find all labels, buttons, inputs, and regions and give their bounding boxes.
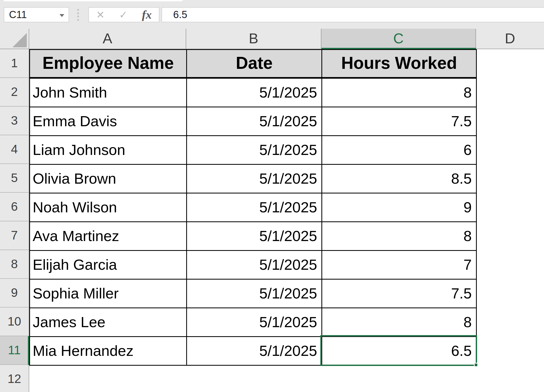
cell-C9[interactable]: 7.5	[322, 280, 477, 308]
cell-A9[interactable]: Sophia Miller	[30, 280, 187, 308]
worksheet-grid: A B C D 1 2 3 4 5 6 7 8 9 10 11 12 Emplo…	[0, 29, 544, 392]
cell-C5[interactable]: 8.5	[322, 165, 477, 193]
column-header-c-selected[interactable]: C	[321, 29, 476, 49]
cell-A3[interactable]: Emma Davis	[30, 107, 187, 136]
cell-B8[interactable]: 5/1/2025	[187, 251, 322, 280]
row-header-10[interactable]: 10	[0, 307, 29, 336]
row-header-2[interactable]: 2	[0, 78, 29, 107]
cell-A10[interactable]: James Lee	[30, 308, 187, 337]
cell-C7[interactable]: 8	[322, 222, 477, 251]
enter-icon[interactable]: ✓	[117, 10, 129, 20]
cell-B6[interactable]: 5/1/2025	[187, 193, 322, 222]
name-box-dropdown-icon[interactable]	[60, 14, 64, 17]
row-header-11-selected[interactable]: 11	[0, 336, 29, 365]
cell-B11[interactable]: 5/1/2025	[187, 337, 322, 366]
row-header-1[interactable]: 1	[0, 49, 29, 78]
cell-A11[interactable]: Mia Hernandez	[30, 337, 187, 366]
cell-C3[interactable]: 7.5	[322, 107, 477, 136]
cell-B5[interactable]: 5/1/2025	[187, 165, 322, 193]
formula-input[interactable]: 6.5	[162, 7, 544, 22]
cell-B4[interactable]: 5/1/2025	[187, 136, 322, 165]
cell-C4[interactable]: 6	[322, 136, 477, 165]
column-header-d[interactable]: D	[476, 29, 544, 49]
cell-A7[interactable]: Ava Martinez	[30, 222, 187, 251]
row-header-band: 1 2 3 4 5 6 7 8 9 10 11 12	[0, 49, 29, 392]
cell-A4[interactable]: Liam Johnson	[30, 136, 187, 165]
fill-handle[interactable]	[474, 363, 478, 367]
cell-A1[interactable]: Employee Name	[30, 50, 187, 79]
cell-B2[interactable]: 5/1/2025	[187, 79, 322, 107]
cell-B10[interactable]: 5/1/2025	[187, 308, 322, 337]
cell-A2[interactable]: John Smith	[30, 79, 187, 107]
cell-C2[interactable]: 8	[322, 79, 477, 107]
cell-A6[interactable]: Noah Wilson	[30, 193, 187, 222]
select-all-button[interactable]	[0, 29, 29, 49]
select-all-triangle-icon	[12, 33, 27, 47]
selected-row-accent	[28, 336, 29, 365]
row-header-7[interactable]: 7	[0, 221, 29, 250]
cell-C1[interactable]: Hours Worked	[322, 50, 477, 79]
row-header-4[interactable]: 4	[0, 135, 29, 164]
formula-button-group: ✕ ✓ fx	[88, 7, 159, 22]
column-header-b[interactable]: B	[186, 29, 321, 49]
cell-A8[interactable]: Elijah Garcia	[30, 251, 187, 280]
cell-B9[interactable]: 5/1/2025	[187, 280, 322, 308]
row-header-3[interactable]: 3	[0, 107, 29, 135]
row-header-9[interactable]: 9	[0, 279, 29, 307]
cell-C8[interactable]: 7	[322, 251, 477, 280]
column-header-a[interactable]: A	[29, 29, 186, 49]
cell-C6[interactable]: 9	[322, 193, 477, 222]
formula-value: 6.5	[173, 9, 187, 20]
data-table: Employee Name Date Hours Worked John Smi…	[29, 49, 477, 366]
row-header-6[interactable]: 6	[0, 193, 29, 221]
excel-window: C11 ✕ ✓ fx 6.5 A B C D 1	[0, 0, 544, 392]
row-header-5[interactable]: 5	[0, 164, 29, 193]
formula-bar-grip-icon[interactable]	[77, 9, 79, 21]
name-box-value: C11	[9, 9, 27, 20]
cell-C10[interactable]: 8	[322, 308, 477, 337]
cell-A5[interactable]: Olivia Brown	[30, 165, 187, 193]
column-header-band: A B C D	[0, 29, 544, 49]
cell-B7[interactable]: 5/1/2025	[187, 222, 322, 251]
active-cell-selection	[320, 335, 477, 366]
name-box[interactable]: C11	[4, 7, 69, 22]
cell-B1[interactable]: Date	[187, 50, 322, 79]
selected-column-accent	[321, 48, 476, 49]
row-header-8[interactable]: 8	[0, 250, 29, 279]
formula-bar: C11 ✕ ✓ fx 6.5	[0, 0, 544, 29]
insert-function-icon[interactable]: fx	[140, 9, 153, 21]
cell-B3[interactable]: 5/1/2025	[187, 107, 322, 136]
row-header-12[interactable]: 12	[0, 365, 29, 392]
ribbon-control-edge	[3, 0, 183, 1]
cancel-icon[interactable]: ✕	[95, 10, 106, 20]
